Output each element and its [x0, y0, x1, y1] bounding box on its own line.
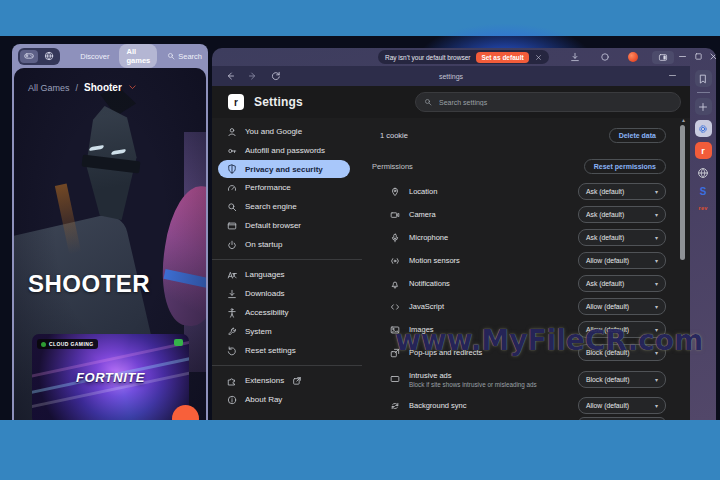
set-as-default-button[interactable]: Set as default [476, 52, 528, 63]
sidebar-item-search-engine[interactable]: Search engine [212, 197, 362, 216]
permission-select-motion-sensors[interactable]: Allow (default)▾ [578, 252, 666, 269]
chevron-down-icon: ▾ [655, 211, 658, 218]
sidebar-item-languages[interactable]: Languages [212, 265, 362, 284]
tab-title: settings [212, 73, 690, 80]
category-title: SHOOTER [28, 270, 150, 298]
delete-data-button[interactable]: Delete data [609, 128, 666, 143]
select-value: Ask (default) [586, 211, 624, 218]
sidebar-item-performance[interactable]: Performance [212, 178, 362, 197]
permission-row-intrusive-ads: Intrusive adsBlock if site shows intrusi… [362, 364, 666, 394]
sidebar-item-reset-settings[interactable]: Reset settings [212, 341, 362, 360]
shield-icon [227, 164, 237, 174]
permission-select-location[interactable]: Ask (default)▾ [578, 183, 666, 200]
sidebar-item-accessibility[interactable]: Accessibility [212, 303, 362, 322]
reset-icon [227, 346, 237, 356]
sidebar-item-you-and-google[interactable]: You and Google [212, 122, 362, 141]
tab-settings[interactable] [695, 120, 712, 137]
downloads-icon[interactable] [570, 52, 580, 62]
permission-select-intrusive-ads[interactable]: Block (default)▾ [578, 371, 666, 388]
permission-row-camera: CameraAsk (default)▾ [362, 203, 666, 226]
sidebar-toggle-button[interactable] [652, 51, 674, 64]
permission-select-notifications[interactable]: Ask (default)▾ [578, 275, 666, 292]
sidebar-item-label: System [245, 327, 272, 336]
camera-icon [390, 210, 400, 220]
sidebar-item-default-browser[interactable]: Default browser [212, 216, 362, 235]
globe-icon [697, 167, 709, 179]
sidebar-item-downloads[interactable]: Downloads [212, 284, 362, 303]
game-search-button[interactable]: Search [167, 52, 202, 61]
sidebar-item-extensions[interactable]: Extensions [212, 371, 362, 390]
select-value: Allow (default) [586, 257, 629, 264]
web-view-button[interactable] [40, 50, 58, 63]
sidebar-item-privacy-and-security[interactable]: Privacy and security [218, 160, 350, 178]
settings-nav: You and GoogleAutofill and passwordsPriv… [212, 122, 362, 409]
close-window-icon[interactable] [709, 52, 716, 61]
scrollbar-up-arrow[interactable]: ▲ [681, 117, 686, 123]
permission-sublabel: Block if site shows intrusive or mislead… [409, 381, 537, 388]
bell-icon [390, 279, 400, 289]
sidebar-item-label: Downloads [245, 289, 285, 298]
settings-search[interactable] [415, 92, 681, 112]
sidebar-item-on-startup[interactable]: On startup [212, 235, 362, 254]
tab-rev[interactable]: rev [699, 205, 708, 211]
ring-icon[interactable] [600, 52, 610, 62]
permission-select-microphone[interactable]: Ask (default)▾ [578, 229, 666, 246]
game-launcher-toolbar: Discover All games Search [12, 44, 208, 68]
settings-main: 1 cookie Delete data Permissions Reset p… [362, 122, 666, 420]
cookies-row: 1 cookie Delete data [362, 124, 666, 146]
ad-icon [390, 374, 400, 384]
settings-search-input[interactable] [437, 98, 672, 107]
globe-icon [44, 51, 54, 61]
collapse-bar-icon[interactable] [668, 71, 677, 80]
mic-icon [390, 233, 400, 243]
discover-link[interactable]: Discover [80, 52, 109, 61]
permission-select-javascript[interactable]: Allow (default)▾ [578, 298, 666, 315]
chevron-down-icon[interactable] [128, 83, 137, 92]
scrollbar-thumb[interactable] [680, 125, 685, 260]
pin-icon [390, 187, 400, 197]
breadcrumb-current[interactable]: Shooter [84, 82, 122, 93]
breadcrumb-all-games[interactable]: All Games [28, 83, 70, 93]
sidebar-item-about-ray[interactable]: About Ray [212, 390, 362, 409]
wrench-icon [227, 327, 237, 337]
permission-select-camera[interactable]: Ask (default)▾ [578, 206, 666, 223]
chevron-down-icon: ▾ [655, 326, 658, 333]
chevron-down-icon: ▾ [655, 402, 658, 409]
permission-row-notifications: NotificationsAsk (default)▾ [362, 272, 666, 295]
bookmarks-button[interactable] [695, 70, 712, 87]
reset-permissions-button[interactable]: Reset permissions [584, 159, 666, 174]
sidebar-item-label: Autofill and passwords [245, 146, 325, 155]
select-value: Block (default) [586, 349, 629, 356]
dismiss-toast-icon[interactable] [535, 54, 542, 61]
tab-web[interactable] [695, 164, 712, 181]
minimize-window-icon[interactable] [678, 52, 687, 61]
permission-select-images[interactable]: Allow (default)▾ [578, 321, 666, 338]
maximize-window-icon[interactable] [694, 52, 703, 61]
permission-row-motion-sensors: Motion sensorsAllow (default)▾ [362, 249, 666, 272]
permission-select-pop-ups-and-redirects[interactable]: Block (default)▾ [578, 344, 666, 361]
cloud-gaming-badge: CLOUD GAMING [37, 339, 98, 349]
sidebar-item-label: Reset settings [245, 346, 296, 355]
cropped-row [362, 417, 666, 420]
all-games-tab[interactable]: All games [119, 44, 157, 68]
profile-avatar[interactable] [628, 52, 638, 62]
permission-select-background-sync[interactable]: Allow (default)▾ [578, 397, 666, 414]
image-icon [390, 325, 400, 335]
sidebar-item-label: Privacy and security [245, 165, 323, 174]
fortnite-game-card[interactable]: CLOUD GAMING FORTNITE [32, 334, 189, 420]
sidebar-item-system[interactable]: System [212, 322, 362, 341]
sidebar-item-label: Accessibility [245, 308, 289, 317]
sidebar-item-autofill-and-passwords[interactable]: Autofill and passwords [212, 141, 362, 160]
popup-icon [390, 348, 400, 358]
tab-ray[interactable]: r [695, 142, 712, 159]
games-view-button[interactable] [20, 50, 38, 63]
tab-s[interactable]: S [700, 186, 707, 200]
new-tab-button[interactable] [695, 98, 712, 115]
select-value: Block (default) [586, 376, 629, 383]
permission-rows: LocationAsk (default)▾CameraAsk (default… [362, 180, 666, 417]
nav-divider [212, 365, 362, 366]
chevron-down-icon: ▾ [655, 303, 658, 310]
permission-row-pop-ups-and-redirects: Pop-ups and redirectsBlock (default)▾ [362, 341, 666, 364]
plus-icon [698, 102, 708, 112]
desktop: Discover All games Search [0, 0, 720, 480]
